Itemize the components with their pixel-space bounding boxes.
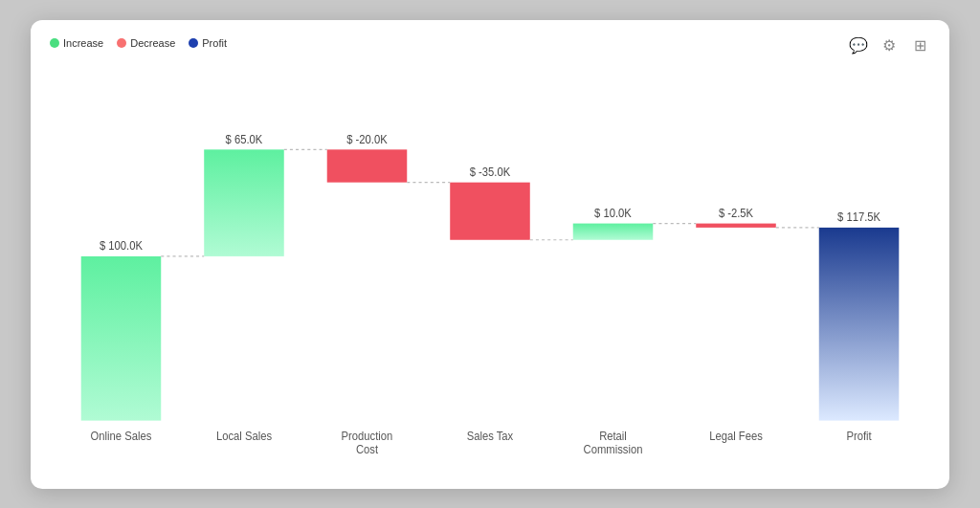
bar-label-1: Local Sales — [216, 429, 272, 442]
legend-item-profit: Profit — [189, 37, 227, 49]
card-header: IncreaseDecreaseProfit 💬⚙⊞ — [50, 35, 930, 56]
bar-label-2: Cost — [356, 442, 379, 455]
comment-icon[interactable]: 💬 — [848, 35, 869, 56]
bar-productioncost — [327, 149, 408, 182]
bar-retailcommission — [573, 223, 654, 239]
bar-label-3: Sales Tax — [467, 429, 514, 442]
bar-label-0: Online Sales — [91, 429, 152, 442]
bar-label-4: Retail — [599, 429, 627, 442]
bar-legalfees — [696, 223, 776, 227]
decrease-dot — [117, 38, 126, 48]
bar-label-2: Production — [342, 429, 393, 442]
bar-profit — [819, 227, 900, 420]
grid-icon[interactable]: ⊞ — [909, 35, 930, 56]
header-icons: 💬⚙⊞ — [848, 35, 930, 56]
bar-value-label-1: $ 65.0K — [226, 132, 263, 145]
bar-value-label-0: $ 100.0K — [100, 238, 143, 252]
bar-onlinesales — [81, 255, 162, 420]
chart-container: $ 100.0KOnline Sales$ 65.0KLocal Sales$ … — [50, 60, 930, 474]
bar-value-label-3: $ -35.0K — [470, 165, 511, 178]
profit-dot — [189, 38, 198, 48]
bar-value-label-4: $ 10.0K — [594, 206, 632, 219]
waterfall-chart: $ 100.0KOnline Sales$ 65.0KLocal Sales$ … — [50, 60, 930, 474]
bar-label-4: Commission — [584, 442, 643, 455]
bar-value-label-2: $ -20.0K — [346, 132, 388, 145]
bar-value-label-5: $ -2.5K — [719, 206, 753, 219]
legend-items: IncreaseDecreaseProfit — [50, 37, 227, 49]
legend-item-increase: Increase — [50, 37, 103, 49]
legend-item-decrease: Decrease — [117, 37, 175, 49]
increase-dot — [50, 38, 59, 48]
bar-localsales — [204, 149, 284, 256]
bar-value-label-6: $ 117.5K — [837, 210, 880, 223]
bar-label-5: Legal Fees — [709, 429, 763, 442]
legend: IncreaseDecreaseProfit — [50, 35, 227, 49]
chart-card: IncreaseDecreaseProfit 💬⚙⊞ $ 100.0KOnlin… — [31, 20, 949, 489]
bar-salestax — [450, 182, 530, 239]
settings-icon[interactable]: ⚙ — [879, 35, 900, 56]
bar-label-6: Profit — [846, 429, 872, 442]
